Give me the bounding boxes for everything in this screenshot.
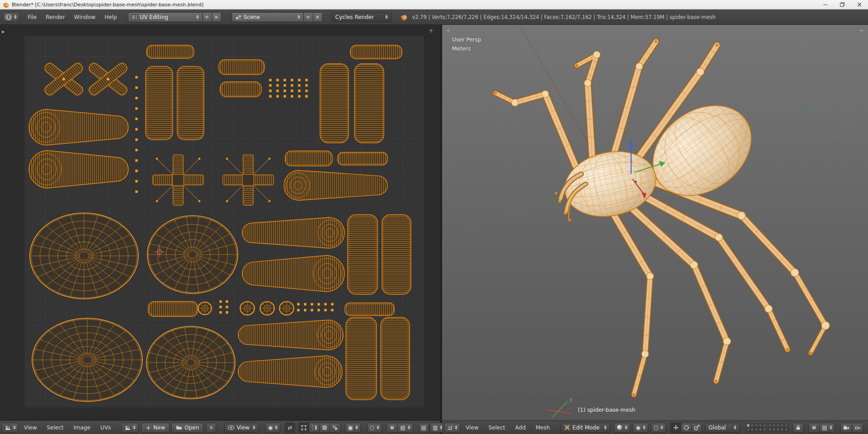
uv-select-edge-button[interactable] (309, 423, 320, 433)
v3d-editor-type-button[interactable] (444, 423, 460, 433)
updown-icon (355, 425, 358, 429)
snap-group-3d: ▤ (808, 423, 835, 433)
uv-properties-region-toggle-icon[interactable]: + (429, 28, 434, 33)
translate-icon (673, 425, 679, 430)
layers-group-1 (746, 424, 766, 431)
sync-uv-selection-toggle[interactable]: ⇄ (285, 423, 295, 433)
open-image-button[interactable]: Open (171, 423, 203, 433)
pivot-icon: ◉ (636, 425, 640, 430)
draw-type-icon: ▤ (421, 425, 426, 430)
uv-select-vertex-button[interactable] (298, 423, 309, 433)
menu-window[interactable]: Window (70, 14, 100, 20)
unlink-icon: × (209, 425, 213, 430)
uv-menu-view[interactable]: View (19, 425, 41, 431)
image-mode-dropdown[interactable]: View (224, 423, 259, 433)
uv-draw-type-button[interactable]: ▤ (419, 423, 429, 433)
orientation-value: Global (708, 425, 726, 431)
add-scene-button[interactable]: + (303, 12, 313, 22)
screen-layout-value: UV Editing (140, 14, 169, 20)
island-mode-icon (332, 425, 338, 430)
scene-statistics: v2.79 | Verts:7,226/7,226 | Edges:14,324… (412, 14, 716, 20)
new-image-button[interactable]: + New (141, 423, 170, 433)
scopes-icon: ▥ (433, 425, 438, 430)
updown-icon (385, 15, 388, 19)
proportional-edit-icon: ○ (654, 425, 658, 430)
pivot-dropdown[interactable]: ◉ (265, 423, 280, 433)
uv-select-face-button[interactable] (319, 423, 330, 433)
delete-scene-button[interactable]: × (313, 12, 323, 22)
snap-element-dropdown-3d[interactable]: ▤ (819, 423, 835, 433)
transform-orientation-dropdown[interactable]: Global (705, 423, 740, 433)
restore-icon (840, 2, 844, 7)
viewport-shading-dropdown[interactable] (614, 423, 630, 433)
uv-editor-type-button[interactable] (2, 423, 19, 433)
menu-file[interactable]: File (23, 14, 41, 20)
minimize-button[interactable] (816, 0, 834, 9)
screen-layout-selector[interactable]: UV Editing (128, 12, 203, 22)
v3d-toolshelf-region-toggle-icon[interactable]: + (446, 28, 451, 33)
updown-icon (14, 15, 17, 19)
v3d-menu-add[interactable]: Add (511, 425, 530, 431)
view-name-overlay: User Persp (452, 37, 481, 43)
manipulator-rotate-button[interactable] (681, 423, 692, 433)
plus-icon: + (146, 425, 151, 430)
v3d-menu-view[interactable]: View (461, 425, 483, 431)
pivot-center-dropdown[interactable]: ◉ (633, 423, 648, 433)
uv-menu-select[interactable]: Select (42, 425, 68, 431)
snap-element-dropdown[interactable]: ▤ (397, 423, 413, 433)
proportional-edit-icon: ○ (370, 425, 374, 430)
window-title: Blender* [C:\Users\franc\Desktop\spider-… (12, 2, 203, 8)
v3d-properties-region-toggle-icon[interactable]: + (859, 28, 864, 33)
snap-toggle-button-3d[interactable] (808, 423, 820, 433)
lock-icon (795, 425, 801, 430)
uv-toolshelf-toggle-icon[interactable]: ▸ (2, 28, 5, 34)
uv-menu-image[interactable]: Image (69, 425, 95, 431)
uv-canvas[interactable] (0, 25, 440, 420)
edit-mode-icon (564, 425, 570, 430)
view3d-editor-icon (447, 425, 453, 430)
v3d-menu-mesh[interactable]: Mesh (531, 425, 555, 431)
add-screen-layout-button[interactable]: + (202, 12, 212, 22)
render-engine-dropdown[interactable]: Cycles Render (332, 12, 392, 22)
lock-to-scene-button[interactable] (793, 423, 804, 433)
mode-value: Edit Mode (572, 425, 599, 431)
screen-layout-icon (132, 14, 138, 20)
updown-icon (734, 425, 736, 429)
layers-group-2 (768, 424, 788, 431)
opengl-render-anim-button[interactable] (852, 423, 863, 433)
proportional-edit-dropdown[interactable]: ○ (367, 423, 382, 433)
blender-window: Blender* [C:\Users\franc\Desktop\spider-… (0, 0, 868, 434)
menu-render[interactable]: Render (41, 14, 70, 20)
restore-button[interactable] (834, 0, 851, 9)
snap-toggle-button[interactable] (387, 423, 398, 433)
magnet-icon (389, 425, 395, 430)
opengl-render-group (840, 423, 863, 433)
window-controls: × (816, 0, 868, 9)
viewport-canvas[interactable]: y (442, 25, 868, 420)
uv-menu-uvs[interactable]: UVs (96, 425, 115, 431)
scene-selector[interactable]: Scene (231, 12, 304, 22)
layers-widget[interactable] (746, 424, 788, 431)
updown-icon (625, 425, 627, 429)
active-object-overlay: (1) spider-base-mesh (578, 407, 635, 413)
browse-image-button[interactable] (122, 423, 138, 433)
manipulator-translate-button[interactable] (670, 423, 681, 433)
snap-group: ▤ (387, 423, 413, 433)
snap-increment-icon: ▤ (822, 425, 827, 430)
uv-select-island-button[interactable] (330, 423, 340, 433)
info-editor-type-button[interactable]: i (3, 12, 19, 22)
scene-value: Scene (244, 14, 260, 20)
units-overlay: Meters (452, 46, 471, 52)
manipulator-scale-button[interactable] (691, 423, 702, 433)
v3d-menu-select[interactable]: Select (484, 425, 509, 431)
menu-help[interactable]: Help (100, 14, 121, 20)
close-button[interactable]: × (851, 0, 868, 9)
sticky-selection-dropdown[interactable]: ▣ (345, 423, 360, 433)
unlink-image-button[interactable]: × (206, 423, 216, 433)
opengl-render-image-button[interactable] (840, 423, 852, 433)
delete-screen-layout-button[interactable]: × (212, 12, 222, 22)
proportional-edit-dropdown-3d[interactable]: ○ (651, 423, 666, 433)
camera-anim-icon (854, 425, 861, 430)
mode-dropdown[interactable]: Edit Mode (561, 423, 610, 433)
scale-icon (694, 425, 699, 430)
